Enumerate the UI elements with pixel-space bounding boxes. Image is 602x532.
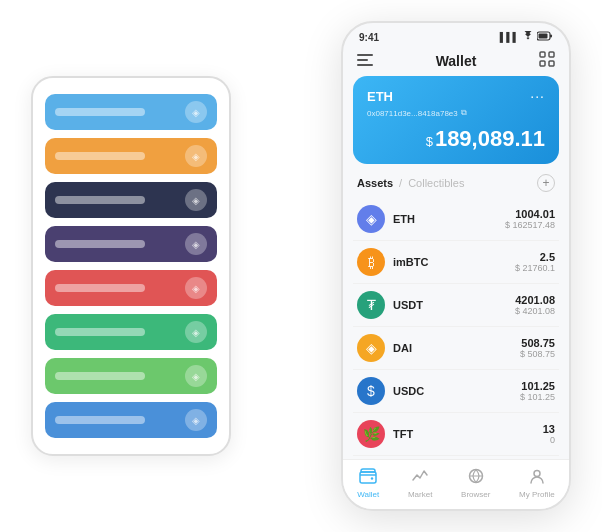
svg-rect-10 <box>360 472 376 483</box>
stack-card-icon: ◈ <box>185 409 207 431</box>
bottom-nav-label-market: Market <box>408 490 432 499</box>
asset-left: ◈DAI <box>357 334 412 362</box>
bottom-nav-label-wallet: Wallet <box>357 490 379 499</box>
eth-card-header: ETH ··· <box>367 88 545 104</box>
asset-usd: 0 <box>543 435 555 445</box>
stack-card: ◈ <box>45 314 217 350</box>
asset-usd: $ 4201.08 <box>515 306 555 316</box>
asset-name: ETH <box>393 213 415 225</box>
eth-card-address: 0x08711d3e...8418a78e3 ⧉ <box>367 108 545 118</box>
stack-card: ◈ <box>45 358 217 394</box>
asset-name: DAI <box>393 342 412 354</box>
asset-item[interactable]: 🌿TFT130 <box>353 413 559 456</box>
asset-right: 101.25$ 101.25 <box>520 380 555 402</box>
bottom-nav-my-profile[interactable]: My Profile <box>519 468 555 499</box>
svg-rect-3 <box>357 54 373 56</box>
asset-left: ◈ETH <box>357 205 415 233</box>
svg-point-11 <box>371 477 373 479</box>
eth-card-menu[interactable]: ··· <box>530 88 545 104</box>
tab-assets[interactable]: Assets <box>357 177 393 189</box>
bottom-nav-label-browser: Browser <box>461 490 490 499</box>
asset-item[interactable]: ₮USDT4201.08$ 4201.08 <box>353 284 559 327</box>
stack-card: ◈ <box>45 94 217 130</box>
bottom-nav-wallet[interactable]: Wallet <box>357 468 379 499</box>
asset-icon-usdc: $ <box>357 377 385 405</box>
asset-amount: 1004.01 <box>505 208 555 220</box>
asset-usd: $ 508.75 <box>520 349 555 359</box>
svg-rect-4 <box>357 59 368 61</box>
asset-amount: 13 <box>543 423 555 435</box>
asset-usd: $ 21760.1 <box>515 263 555 273</box>
bottom-nav-icon-wallet <box>359 468 377 488</box>
asset-item[interactable]: ₿imBTC2.5$ 21760.1 <box>353 241 559 284</box>
stack-card-icon: ◈ <box>185 233 207 255</box>
stack-card-label <box>55 372 145 380</box>
bottom-nav-market[interactable]: Market <box>408 468 432 499</box>
stack-card-icon: ◈ <box>185 189 207 211</box>
asset-item[interactable]: ◈ETH1004.01$ 162517.48 <box>353 198 559 241</box>
stack-card-label <box>55 152 145 160</box>
asset-icon-eth: ◈ <box>357 205 385 233</box>
wifi-icon <box>522 31 534 43</box>
assets-header: Assets / Collectibles + <box>343 164 569 198</box>
asset-right: 130 <box>543 423 555 445</box>
svg-rect-6 <box>540 52 545 57</box>
asset-amount: 2.5 <box>515 251 555 263</box>
svg-rect-9 <box>549 61 554 66</box>
svg-rect-5 <box>357 64 373 66</box>
asset-left: 🌿TFT <box>357 420 413 448</box>
phone-frame: 9:41 ▌▌▌ Wallet ETH <box>341 21 571 511</box>
stack-card: ◈ <box>45 402 217 438</box>
asset-right: 1004.01$ 162517.48 <box>505 208 555 230</box>
eth-card-balance: $189,089.11 <box>367 126 545 152</box>
eth-card: ETH ··· 0x08711d3e...8418a78e3 ⧉ $189,08… <box>353 76 559 164</box>
stack-card-icon: ◈ <box>185 321 207 343</box>
status-icons: ▌▌▌ <box>500 31 553 43</box>
eth-card-name: ETH <box>367 89 393 104</box>
asset-item[interactable]: $USDC101.25$ 101.25 <box>353 370 559 413</box>
stack-card-icon: ◈ <box>185 145 207 167</box>
svg-rect-7 <box>549 52 554 57</box>
bottom-nav: WalletMarketBrowserMy Profile <box>343 459 569 509</box>
tab-collectibles[interactable]: Collectibles <box>408 177 464 189</box>
add-asset-button[interactable]: + <box>537 174 555 192</box>
status-bar: 9:41 ▌▌▌ <box>343 23 569 45</box>
stack-card-label <box>55 284 145 292</box>
asset-icon-usdt: ₮ <box>357 291 385 319</box>
asset-usd: $ 101.25 <box>520 392 555 402</box>
signal-icon: ▌▌▌ <box>500 32 519 42</box>
menu-icon[interactable] <box>357 53 373 69</box>
tab-separator: / <box>399 177 402 189</box>
stack-card-label <box>55 108 145 116</box>
asset-usd: $ 162517.48 <box>505 220 555 230</box>
asset-right: 508.75$ 508.75 <box>520 337 555 359</box>
asset-icon-dai: ◈ <box>357 334 385 362</box>
bottom-nav-icon-market <box>411 468 429 488</box>
bottom-nav-icon-browser <box>467 468 485 488</box>
asset-left: ₿imBTC <box>357 248 428 276</box>
stack-card-icon: ◈ <box>185 365 207 387</box>
battery-icon <box>537 31 553 43</box>
svg-point-13 <box>534 471 540 477</box>
asset-name: imBTC <box>393 256 428 268</box>
expand-icon[interactable] <box>539 51 555 70</box>
bottom-nav-browser[interactable]: Browser <box>461 468 490 499</box>
stack-card-icon: ◈ <box>185 101 207 123</box>
asset-item[interactable]: ◈DAI508.75$ 508.75 <box>353 327 559 370</box>
stack-card: ◈ <box>45 182 217 218</box>
asset-amount: 101.25 <box>520 380 555 392</box>
copy-icon[interactable]: ⧉ <box>461 108 467 118</box>
stack-card-label <box>55 416 145 424</box>
nav-bar: Wallet <box>343 45 569 76</box>
asset-name: USDC <box>393 385 424 397</box>
bottom-nav-label-my-profile: My Profile <box>519 490 555 499</box>
asset-left: $USDC <box>357 377 424 405</box>
bottom-nav-icon-my-profile <box>528 468 546 488</box>
svg-rect-1 <box>550 35 552 38</box>
asset-name: USDT <box>393 299 423 311</box>
stack-card: ◈ <box>45 270 217 306</box>
asset-list: ◈ETH1004.01$ 162517.48₿imBTC2.5$ 21760.1… <box>343 198 569 459</box>
svg-rect-2 <box>539 34 548 39</box>
asset-left: ₮USDT <box>357 291 423 319</box>
stack-card: ◈ <box>45 226 217 262</box>
